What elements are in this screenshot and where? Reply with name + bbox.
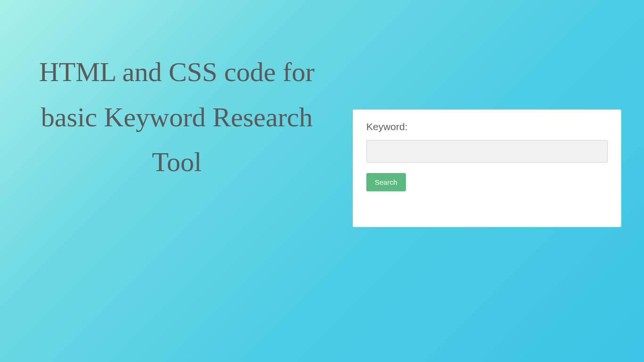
keyword-label: Keyword: — [366, 121, 608, 132]
results-panel — [353, 203, 621, 227]
keyword-tool-card: Keyword: Search — [353, 109, 621, 227]
search-button[interactable]: Search — [366, 173, 406, 191]
form-panel: Keyword: Search — [353, 109, 621, 203]
keyword-input[interactable] — [366, 140, 608, 163]
page-heading: HTML and CSS code for basic Keyword Rese… — [28, 49, 325, 185]
